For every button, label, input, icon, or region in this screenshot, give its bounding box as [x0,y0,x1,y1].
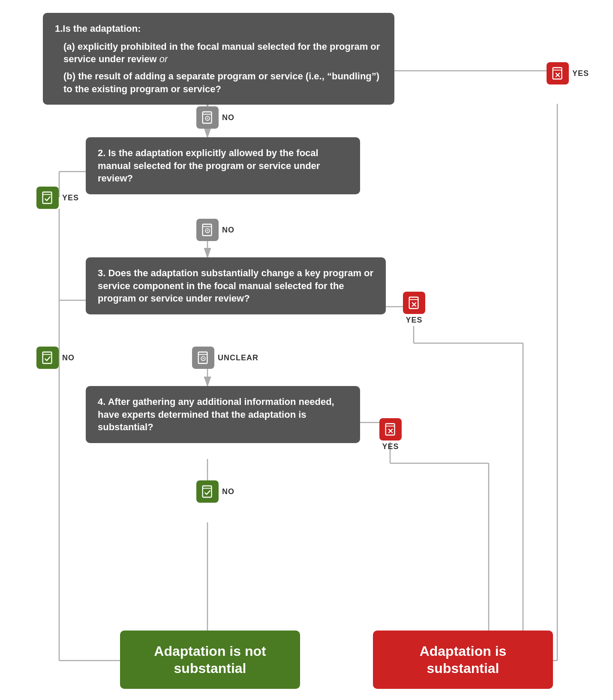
book-red-icon-q1 [547,62,569,84]
svg-point-44 [207,230,208,231]
svg-rect-55 [386,424,395,435]
svg-rect-45 [409,297,418,308]
result-substantial-box: Adaptation is substantial [373,631,553,689]
book-gray-icon-q3 [192,347,214,369]
book-red-icon-q3 [403,292,425,314]
svg-point-54 [203,358,204,359]
book-red-icon-q4 [379,418,402,441]
q3-no-label: NO [62,353,75,362]
q3-yes-label: YES [406,316,422,325]
question-2-box: 2. Is the adaptation explicitly allowed … [86,137,360,194]
svg-rect-31 [203,112,212,123]
book-x-icon-svg-q4 [383,422,398,437]
q3-no-answer: NO [36,347,75,369]
svg-point-34 [207,118,208,119]
q2-no-label: NO [222,226,234,235]
q4-no-answer: NO [196,480,234,503]
book-check-icon-svg-q4 [200,484,215,499]
question-3-box: 3. Does the adaptation substantially cha… [86,257,386,314]
book-x-icon-svg [550,66,565,81]
q4-yes-answer: YES [379,418,402,451]
book-green-icon-q3 [36,347,59,369]
q1-text: Is the adaptation: [63,23,141,34]
question-1-box: 1.Is the adaptation: (a) explicitly proh… [43,13,394,105]
q3-unclear-answer: UNCLEAR [192,347,258,369]
q2-no-answer: NO [196,219,234,241]
svg-rect-51 [198,352,207,363]
svg-rect-41 [203,224,212,235]
q4-yes-label: YES [382,442,399,451]
svg-rect-49 [43,352,52,363]
result-not-substantial-box: Adaptation is not substantial [120,631,300,689]
result-not-substantial-text: Adaptation is not substantial [154,643,266,676]
svg-rect-35 [553,68,562,79]
q3-unclear-label: UNCLEAR [218,353,258,362]
svg-rect-59 [203,486,212,497]
q1-yes-label: YES [572,69,589,78]
book-icon-svg-3 [196,350,210,365]
book-gray-icon [196,106,219,129]
q1-part-b: (b) the result of adding a separate prog… [55,70,382,95]
connector-lines [0,0,613,700]
book-gray-icon-q2 [196,219,219,241]
book-check-icon-svg-q3 [40,350,55,365]
q2-text: 2. Is the adaptation explicitly allowed … [98,148,320,184]
book-check-icon-svg [40,190,55,205]
q1-yes-answer: YES [547,62,589,84]
q1-no-label: NO [222,113,234,122]
q4-text: 4. After gathering any additional inform… [98,396,334,432]
q3-yes-answer: YES [403,292,425,325]
q2-yes-answer: YES [36,187,79,209]
book-icon-svg-2 [200,223,215,237]
book-green-icon-q2 [36,187,59,209]
svg-rect-39 [43,192,52,203]
q1-part-a: (a) explicitly prohibited in the focal m… [55,40,382,66]
book-x-icon-svg-q3 [407,296,421,310]
q3-text: 3. Does the adaptation substantially cha… [98,268,373,304]
book-icon-svg [200,110,215,125]
result-substantial-text: Adaptation is substantial [420,643,507,676]
flowchart: 1.Is the adaptation: (a) explicitly proh… [0,0,613,700]
question-4-box: 4. After gathering any additional inform… [86,386,360,443]
q4-no-label: NO [222,487,234,496]
q1-no-answer: NO [196,106,234,129]
q1-label: 1. [55,23,63,34]
q2-yes-label: YES [62,193,79,202]
book-green-icon-q4 [196,480,219,503]
